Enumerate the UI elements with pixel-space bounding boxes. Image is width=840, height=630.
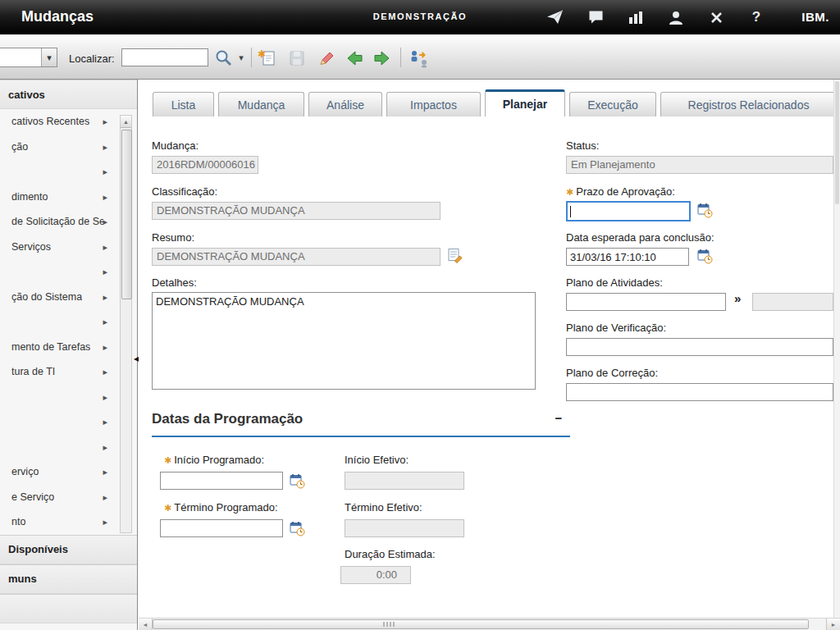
user-icon[interactable] xyxy=(668,9,684,25)
chevron-right-icon xyxy=(103,391,107,403)
resumo-field: DEMONSTRAÇÃO MUDANÇA xyxy=(152,248,441,266)
plano-atividades-input[interactable] xyxy=(566,293,726,311)
environment-label: DEMONSTRAÇÃO xyxy=(373,11,468,21)
send-icon[interactable] xyxy=(547,9,564,25)
bar-chart-icon[interactable] xyxy=(628,9,644,25)
route-workflow-icon[interactable] xyxy=(407,47,430,69)
chat-icon[interactable] xyxy=(587,9,604,25)
tab-planejar[interactable]: Planejar xyxy=(485,89,565,116)
status-label: Status: xyxy=(566,139,599,152)
tab-mudanca[interactable]: Mudança xyxy=(218,92,304,116)
calendar-clock-icon[interactable] xyxy=(290,521,306,537)
scroll-right-icon[interactable] xyxy=(826,619,840,630)
tab-lista[interactable]: Lista xyxy=(153,92,214,116)
sidebar-item[interactable] xyxy=(0,435,137,460)
clear-changes-icon[interactable] xyxy=(315,47,338,69)
save-icon[interactable] xyxy=(285,47,308,69)
tab-execucao[interactable]: Execução xyxy=(569,92,656,116)
mudanca-label: Mudança: xyxy=(152,139,199,152)
tab-bar: Lista Mudança Análise Impactos Planejar … xyxy=(153,89,837,116)
sidebar-item[interactable]: ção xyxy=(0,135,137,160)
horizontal-scrollbar[interactable] xyxy=(139,618,840,630)
chevron-right-icon xyxy=(103,191,107,203)
section-title-datas-programacao: Datas da Programação xyxy=(152,411,303,427)
sidebar-item[interactable]: cativos Recentes xyxy=(0,109,137,135)
inicio-programado-input[interactable] xyxy=(160,472,283,490)
termino-programado-label: Término Programado: xyxy=(164,501,278,514)
vertical-scrollbar[interactable] xyxy=(833,80,840,618)
search-options-caret-icon[interactable] xyxy=(235,47,248,69)
close-icon[interactable] xyxy=(708,9,724,25)
prazo-aprovacao-input[interactable] xyxy=(566,201,691,221)
sidebar-item[interactable]: Serviços xyxy=(0,235,137,260)
detail-menu-icon[interactable] xyxy=(734,291,741,305)
calendar-clock-icon[interactable] xyxy=(290,473,306,490)
tab-impactos[interactable]: Impactos xyxy=(386,92,481,116)
sidebar-item[interactable] xyxy=(0,409,137,435)
sidebar-item[interactable] xyxy=(0,309,137,335)
sidebar-item[interactable]: ção do Sistema xyxy=(0,285,137,310)
chevron-right-icon xyxy=(103,416,107,427)
data-esperada-input[interactable] xyxy=(566,248,689,266)
inicio-efetivo-label: Início Efetivo: xyxy=(345,454,409,466)
find-input[interactable] xyxy=(121,48,208,66)
required-icon xyxy=(164,454,171,466)
chevron-down-icon[interactable] xyxy=(41,48,57,66)
vertical-scrollbar-thumb[interactable] xyxy=(835,81,839,204)
sidebar-item[interactable]: tura de TI xyxy=(0,359,137,385)
detalhes-textarea[interactable]: DEMONSTRAÇÃO MUDANÇA xyxy=(152,292,536,390)
plano-verificacao-input[interactable] xyxy=(566,338,833,356)
chevron-right-icon xyxy=(103,491,107,503)
sidebar-scrollbar-thumb[interactable] xyxy=(121,130,132,299)
tab-analise[interactable]: Análise xyxy=(308,92,382,116)
prazo-aprovacao-label: Prazo de Aprovação: xyxy=(566,185,675,198)
sidebar-item[interactable]: mento de Tarefas xyxy=(0,335,137,360)
long-description-icon[interactable] xyxy=(447,248,463,264)
sidebar-item[interactable]: de Solicitação de Serv... xyxy=(0,209,137,235)
required-icon xyxy=(566,185,573,198)
new-record-icon[interactable]: ✱ xyxy=(256,47,279,69)
record-area: Lista Mudança Análise Impactos Planejar … xyxy=(139,80,840,630)
text-caret xyxy=(570,206,571,217)
termino-programado-input[interactable] xyxy=(160,519,283,537)
sidebar-item[interactable]: dimento xyxy=(0,185,137,210)
sidebar-section-extra[interactable] xyxy=(0,594,137,623)
plano-correcao-input[interactable] xyxy=(566,383,833,401)
sidebar-item[interactable]: erviço xyxy=(0,459,137,485)
calendar-clock-icon[interactable] xyxy=(697,203,714,219)
chevron-right-icon xyxy=(103,316,107,327)
chevron-right-icon xyxy=(103,216,107,227)
sidebar-section-disponiveis[interactable]: Disponíveis xyxy=(0,535,137,564)
sidebar-item[interactable] xyxy=(0,385,137,410)
sidebar-item[interactable] xyxy=(0,259,137,285)
termino-efetivo-label: Término Efetivo: xyxy=(345,501,422,514)
termino-efetivo-field xyxy=(345,519,464,537)
next-record-icon[interactable] xyxy=(371,47,394,69)
horizontal-scrollbar-thumb[interactable] xyxy=(153,619,809,629)
sidebar-item[interactable]: nto xyxy=(0,509,137,535)
application-window: Mudanças DEMONSTRAÇÃO IBM. xyxy=(0,0,840,630)
sidebar-item[interactable] xyxy=(0,159,137,185)
sidebar-scrollbar[interactable] xyxy=(120,115,132,533)
help-icon[interactable] xyxy=(748,9,765,25)
scroll-up-icon[interactable] xyxy=(121,116,131,128)
chevron-right-icon xyxy=(103,241,107,253)
sidebar-item[interactable]: e Serviço xyxy=(0,485,137,510)
chevron-right-icon xyxy=(103,116,107,127)
inicio-efetivo-field xyxy=(345,472,464,490)
find-label: Localizar: xyxy=(69,52,115,65)
sidebar-section-comuns[interactable]: muns xyxy=(0,564,137,594)
sidebar-section-aplicativos[interactable]: cativos xyxy=(0,80,137,109)
search-icon[interactable] xyxy=(212,47,235,69)
tab-registros-relacionados[interactable]: Registros Relacionados xyxy=(660,92,837,116)
data-esperada-label: Data esperada para conclusão: xyxy=(566,231,714,244)
chevron-right-icon xyxy=(103,366,107,377)
toolbar-divider xyxy=(400,48,401,67)
collapse-section-icon[interactable] xyxy=(553,413,564,425)
classificacao-label: Classificação: xyxy=(152,185,217,198)
calendar-clock-icon[interactable] xyxy=(697,249,714,265)
scroll-left-icon[interactable] xyxy=(139,619,153,630)
goto-select[interactable] xyxy=(0,48,57,67)
duracao-estimada-label: Duração Estimada: xyxy=(345,548,436,560)
previous-record-icon[interactable] xyxy=(343,47,366,69)
